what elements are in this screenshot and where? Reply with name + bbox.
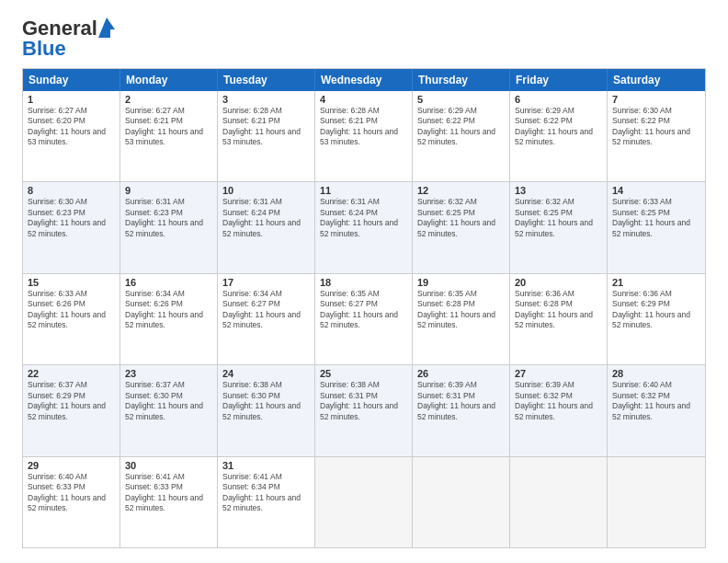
empty-cell — [413, 457, 510, 547]
cell-date-number: 3 — [222, 94, 310, 105]
cell-info: Sunrise: 6:35 AMSunset: 6:27 PMDaylight:… — [320, 289, 407, 331]
cell-date-number: 17 — [222, 277, 310, 288]
calendar-cell-27: 27Sunrise: 6:39 AMSunset: 6:32 PMDayligh… — [510, 365, 608, 455]
calendar-cell-16: 16Sunrise: 6:34 AMSunset: 6:26 PMDayligh… — [120, 274, 218, 364]
calendar-cell-24: 24Sunrise: 6:38 AMSunset: 6:30 PMDayligh… — [218, 365, 315, 455]
cell-info: Sunrise: 6:30 AMSunset: 6:22 PMDaylight:… — [612, 106, 700, 148]
cell-date-number: 7 — [612, 94, 700, 105]
logo: General Blue — [22, 18, 115, 59]
cell-date-number: 6 — [515, 94, 602, 105]
calendar-cell-2: 2Sunrise: 6:27 AMSunset: 6:21 PMDaylight… — [120, 91, 218, 181]
page: General Blue SundayMondayTuesdayWednesda… — [0, 0, 728, 563]
cell-date-number: 29 — [28, 460, 115, 471]
cell-date-number: 24 — [222, 368, 310, 379]
logo-text: General — [22, 18, 97, 39]
calendar-cell-11: 11Sunrise: 6:31 AMSunset: 6:24 PMDayligh… — [315, 182, 413, 272]
cell-date-number: 26 — [417, 368, 505, 379]
cell-info: Sunrise: 6:41 AMSunset: 6:33 PMDaylight:… — [125, 472, 212, 514]
cell-info: Sunrise: 6:36 AMSunset: 6:28 PMDaylight:… — [515, 289, 602, 331]
calendar-cell-18: 18Sunrise: 6:35 AMSunset: 6:27 PMDayligh… — [315, 274, 413, 364]
cell-date-number: 9 — [125, 185, 212, 196]
cell-date-number: 21 — [612, 277, 700, 288]
logo-blue: Blue — [22, 39, 66, 59]
calendar-cell-9: 9Sunrise: 6:31 AMSunset: 6:23 PMDaylight… — [120, 182, 218, 272]
cell-info: Sunrise: 6:28 AMSunset: 6:21 PMDaylight:… — [320, 106, 407, 148]
cell-date-number: 19 — [417, 277, 505, 288]
calendar-cell-31: 31Sunrise: 6:41 AMSunset: 6:34 PMDayligh… — [218, 457, 315, 547]
calendar-cell-6: 6Sunrise: 6:29 AMSunset: 6:22 PMDaylight… — [510, 91, 608, 181]
cell-date-number: 16 — [125, 277, 212, 288]
calendar-cell-1: 1Sunrise: 6:27 AMSunset: 6:20 PMDaylight… — [23, 91, 120, 181]
cell-date-number: 30 — [125, 460, 212, 471]
cell-info: Sunrise: 6:27 AMSunset: 6:21 PMDaylight:… — [125, 106, 212, 148]
cell-info: Sunrise: 6:30 AMSunset: 6:23 PMDaylight:… — [28, 197, 115, 239]
calendar-row-1: 1Sunrise: 6:27 AMSunset: 6:20 PMDaylight… — [23, 91, 705, 182]
calendar-cell-28: 28Sunrise: 6:40 AMSunset: 6:32 PMDayligh… — [608, 365, 705, 455]
cell-info: Sunrise: 6:41 AMSunset: 6:34 PMDaylight:… — [222, 472, 310, 514]
cell-info: Sunrise: 6:31 AMSunset: 6:23 PMDaylight:… — [125, 197, 212, 239]
calendar-cell-10: 10Sunrise: 6:31 AMSunset: 6:24 PMDayligh… — [218, 182, 315, 272]
cell-info: Sunrise: 6:33 AMSunset: 6:25 PMDaylight:… — [612, 197, 700, 239]
logo-icon — [98, 17, 115, 38]
calendar-row-5: 29Sunrise: 6:40 AMSunset: 6:33 PMDayligh… — [23, 457, 705, 547]
cell-info: Sunrise: 6:36 AMSunset: 6:29 PMDaylight:… — [612, 289, 700, 331]
calendar-cell-13: 13Sunrise: 6:32 AMSunset: 6:25 PMDayligh… — [510, 182, 608, 272]
cell-date-number: 10 — [222, 185, 310, 196]
calendar-cell-14: 14Sunrise: 6:33 AMSunset: 6:25 PMDayligh… — [608, 182, 705, 272]
cell-date-number: 4 — [320, 94, 407, 105]
empty-cell — [510, 457, 608, 547]
cell-info: Sunrise: 6:37 AMSunset: 6:30 PMDaylight:… — [125, 380, 212, 422]
cell-info: Sunrise: 6:40 AMSunset: 6:33 PMDaylight:… — [28, 472, 115, 514]
cell-info: Sunrise: 6:27 AMSunset: 6:20 PMDaylight:… — [28, 106, 115, 148]
calendar-cell-20: 20Sunrise: 6:36 AMSunset: 6:28 PMDayligh… — [510, 274, 608, 364]
cell-date-number: 22 — [28, 368, 115, 379]
calendar-header: SundayMondayTuesdayWednesdayThursdayFrid… — [23, 69, 705, 91]
cell-info: Sunrise: 6:37 AMSunset: 6:29 PMDaylight:… — [28, 380, 115, 422]
cell-info: Sunrise: 6:32 AMSunset: 6:25 PMDaylight:… — [515, 197, 602, 239]
svg-marker-0 — [98, 17, 115, 38]
empty-cell — [315, 457, 413, 547]
weekday-header-sunday: Sunday — [23, 69, 120, 91]
calendar-cell-5: 5Sunrise: 6:29 AMSunset: 6:22 PMDaylight… — [413, 91, 510, 181]
calendar-cell-23: 23Sunrise: 6:37 AMSunset: 6:30 PMDayligh… — [120, 365, 218, 455]
cell-info: Sunrise: 6:39 AMSunset: 6:32 PMDaylight:… — [515, 380, 602, 422]
cell-date-number: 15 — [28, 277, 115, 288]
cell-date-number: 5 — [417, 94, 505, 105]
cell-info: Sunrise: 6:29 AMSunset: 6:22 PMDaylight:… — [515, 106, 602, 148]
cell-info: Sunrise: 6:34 AMSunset: 6:26 PMDaylight:… — [125, 289, 212, 331]
weekday-header-wednesday: Wednesday — [315, 69, 413, 91]
calendar-cell-19: 19Sunrise: 6:35 AMSunset: 6:28 PMDayligh… — [413, 274, 510, 364]
calendar-cell-17: 17Sunrise: 6:34 AMSunset: 6:27 PMDayligh… — [218, 274, 315, 364]
empty-cell — [608, 457, 705, 547]
calendar-row-2: 8Sunrise: 6:30 AMSunset: 6:23 PMDaylight… — [23, 182, 705, 273]
cell-date-number: 20 — [515, 277, 602, 288]
cell-date-number: 18 — [320, 277, 407, 288]
cell-date-number: 14 — [612, 185, 700, 196]
cell-info: Sunrise: 6:33 AMSunset: 6:26 PMDaylight:… — [28, 289, 115, 331]
calendar-cell-30: 30Sunrise: 6:41 AMSunset: 6:33 PMDayligh… — [120, 457, 218, 547]
calendar-cell-22: 22Sunrise: 6:37 AMSunset: 6:29 PMDayligh… — [23, 365, 120, 455]
calendar-cell-25: 25Sunrise: 6:38 AMSunset: 6:31 PMDayligh… — [315, 365, 413, 455]
cell-date-number: 13 — [515, 185, 602, 196]
calendar-cell-3: 3Sunrise: 6:28 AMSunset: 6:21 PMDaylight… — [218, 91, 315, 181]
calendar-cell-8: 8Sunrise: 6:30 AMSunset: 6:23 PMDaylight… — [23, 182, 120, 272]
calendar-row-3: 15Sunrise: 6:33 AMSunset: 6:26 PMDayligh… — [23, 274, 705, 365]
weekday-header-friday: Friday — [510, 69, 608, 91]
cell-date-number: 27 — [515, 368, 602, 379]
weekday-header-thursday: Thursday — [413, 69, 510, 91]
cell-info: Sunrise: 6:29 AMSunset: 6:22 PMDaylight:… — [417, 106, 505, 148]
cell-info: Sunrise: 6:35 AMSunset: 6:28 PMDaylight:… — [417, 289, 505, 331]
cell-date-number: 23 — [125, 368, 212, 379]
cell-info: Sunrise: 6:38 AMSunset: 6:30 PMDaylight:… — [222, 380, 310, 422]
cell-date-number: 31 — [222, 460, 310, 471]
calendar-cell-7: 7Sunrise: 6:30 AMSunset: 6:22 PMDaylight… — [608, 91, 705, 181]
calendar-row-4: 22Sunrise: 6:37 AMSunset: 6:29 PMDayligh… — [23, 365, 705, 456]
cell-date-number: 1 — [28, 94, 115, 105]
header: General Blue — [22, 18, 706, 59]
cell-info: Sunrise: 6:32 AMSunset: 6:25 PMDaylight:… — [417, 197, 505, 239]
cell-info: Sunrise: 6:38 AMSunset: 6:31 PMDaylight:… — [320, 380, 407, 422]
cell-info: Sunrise: 6:31 AMSunset: 6:24 PMDaylight:… — [320, 197, 407, 239]
cell-date-number: 12 — [417, 185, 505, 196]
cell-date-number: 2 — [125, 94, 212, 105]
cell-info: Sunrise: 6:34 AMSunset: 6:27 PMDaylight:… — [222, 289, 310, 331]
